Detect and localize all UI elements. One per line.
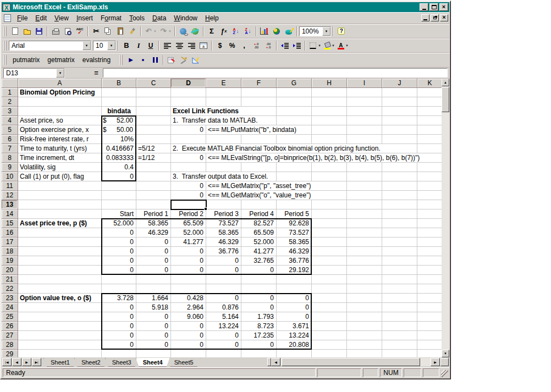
row-header-6[interactable]: 6: [2, 135, 18, 144]
column-header-J[interactable]: J: [382, 79, 417, 88]
row-header-25[interactable]: 25: [2, 312, 18, 322]
cell-E19[interactable]: 0: [207, 256, 239, 265]
cell-B27[interactable]: 0: [102, 331, 134, 340]
cut-button[interactable]: ✂: [90, 26, 102, 37]
putmatrix-button[interactable]: putmatrix: [9, 55, 43, 65]
cell-A1[interactable]: Binomial Option Pricing: [19, 88, 98, 97]
cell-G26[interactable]: 3.671: [277, 322, 309, 330]
font-color-button[interactable]: A▼: [336, 40, 350, 51]
borders-button[interactable]: ▼: [307, 40, 322, 51]
cell-E20[interactable]: 0: [207, 266, 239, 274]
cell-C15[interactable]: 58.365: [137, 219, 168, 228]
cell-D7[interactable]: 2. Execute MATLAB Financial Toolbox bino…: [172, 144, 383, 153]
cell-B20[interactable]: 0: [102, 266, 134, 274]
row-header-20[interactable]: 20: [2, 266, 18, 275]
column-header-F[interactable]: F: [241, 79, 277, 88]
menu-file[interactable]: File: [13, 13, 31, 23]
underline-button[interactable]: U: [145, 40, 157, 51]
print-preview-button[interactable]: [62, 26, 74, 37]
open-folder-button[interactable]: [21, 26, 33, 37]
cell-F19[interactable]: 32.765: [242, 256, 274, 265]
cell-C17[interactable]: 0: [137, 238, 168, 246]
merge-center-button[interactable]: a: [197, 40, 210, 51]
horizontal-scroll-track[interactable]: [281, 358, 431, 366]
cell-B7[interactable]: 0.416667: [102, 144, 134, 153]
cell-B25[interactable]: 0: [102, 312, 134, 321]
new-document-button[interactable]: [9, 26, 21, 37]
web-toolbar-button[interactable]: [189, 26, 201, 37]
vertical-scrollbar[interactable]: ▲ ▼: [442, 79, 449, 357]
chevron-down-icon[interactable]: ▼: [82, 41, 91, 50]
cell-A9[interactable]: Volatility, sig: [19, 163, 58, 172]
row-header-7[interactable]: 7: [2, 144, 18, 153]
cell-C27[interactable]: 0: [137, 331, 168, 340]
row-header-26[interactable]: 26: [2, 322, 18, 331]
cell-E26[interactable]: 13.224: [207, 322, 239, 330]
cell-C16[interactable]: 46.329: [137, 228, 168, 237]
chevron-down-icon[interactable]: ▼: [56, 69, 64, 78]
cell-F27[interactable]: 17.235: [242, 331, 274, 340]
cell-G20[interactable]: 29.192: [277, 266, 309, 274]
scroll-up-button[interactable]: ▲: [442, 79, 449, 86]
cell-E12[interactable]: <== MLGetMatrix("o", "value_tree"): [207, 191, 313, 200]
tab-split-handle[interactable]: [267, 358, 271, 366]
row-header-14[interactable]: 14: [2, 209, 18, 219]
cell-G18[interactable]: 46.329: [277, 247, 309, 256]
cell-G16[interactable]: 73.527: [277, 228, 309, 237]
save-button[interactable]: [33, 26, 45, 37]
cell-E5[interactable]: <== MLPutMatrix("b", bindata): [207, 125, 299, 134]
cell-C8[interactable]: =1/12: [137, 153, 157, 162]
cell-E15[interactable]: 73.527: [207, 219, 239, 228]
row-header-17[interactable]: 17: [2, 238, 18, 247]
row-header-16[interactable]: 16: [2, 228, 18, 238]
toolbar-grip[interactable]: [120, 55, 123, 65]
cell-B15[interactable]: 52.000: [102, 219, 134, 228]
previous-sheet-button[interactable]: ◀: [12, 358, 21, 366]
menu-window[interactable]: Window: [170, 13, 201, 23]
cell-E25[interactable]: 5.164: [207, 312, 239, 321]
cell-E24[interactable]: 0.876: [207, 303, 239, 312]
toolbar-grip[interactable]: [4, 26, 7, 36]
cell-D3[interactable]: Excel Link Functions: [172, 107, 241, 115]
row-header-8[interactable]: 8: [2, 153, 18, 163]
row-header-29[interactable]: 29: [2, 350, 18, 357]
close-button[interactable]: ×: [439, 3, 448, 11]
percent-button[interactable]: %: [226, 40, 238, 51]
cell-F17[interactable]: 52.000: [242, 238, 274, 246]
cell-G25[interactable]: 0: [277, 312, 309, 321]
cell-E23[interactable]: 0: [207, 294, 239, 302]
cell-F20[interactable]: 0: [242, 266, 274, 274]
row-header-15[interactable]: 15: [2, 219, 18, 228]
cell-B9[interactable]: 0.4: [102, 163, 134, 172]
cell-G23[interactable]: 0: [277, 294, 309, 302]
column-header-K[interactable]: K: [417, 79, 442, 88]
italic-button[interactable]: I: [133, 40, 145, 51]
workbook-icon[interactable]: [4, 14, 11, 22]
cell-B18[interactable]: 0: [102, 247, 134, 256]
cell-D23[interactable]: 0.428: [172, 294, 203, 302]
cell-B5[interactable]: $50.00: [103, 125, 133, 134]
cell-D15[interactable]: 65.509: [172, 219, 203, 228]
cell-C7[interactable]: =5/12: [137, 144, 157, 153]
minimize-button[interactable]: [420, 3, 428, 11]
chevron-down-icon[interactable]: ▼: [322, 27, 330, 36]
maximize-button[interactable]: [429, 3, 438, 11]
run-macro-button[interactable]: ▶: [125, 54, 137, 65]
column-header-C[interactable]: C: [136, 79, 171, 88]
row-header-19[interactable]: 19: [2, 256, 18, 266]
cell-A23[interactable]: Option value tree, o ($): [19, 294, 94, 302]
comma-button[interactable]: ,: [238, 40, 250, 51]
doc-restore-button[interactable]: [431, 14, 439, 21]
cell-B28[interactable]: 0: [102, 340, 134, 349]
sheet-tab-sheet4[interactable]: Sheet4: [136, 358, 170, 367]
cell-G27[interactable]: 13.224: [277, 331, 309, 340]
cell-G14[interactable]: Period 5: [277, 209, 309, 218]
cell-E14[interactable]: Period 3: [207, 209, 239, 218]
cell-E28[interactable]: 0: [207, 340, 239, 349]
row-header-28[interactable]: 28: [2, 340, 18, 350]
record-macro-button[interactable]: ●: [137, 54, 149, 65]
sheet-tab-sheet2[interactable]: Sheet2: [74, 358, 108, 367]
row-header-23[interactable]: 23: [2, 294, 18, 303]
cell-D28[interactable]: 0: [172, 340, 203, 349]
toolbar-grip[interactable]: [4, 41, 7, 51]
